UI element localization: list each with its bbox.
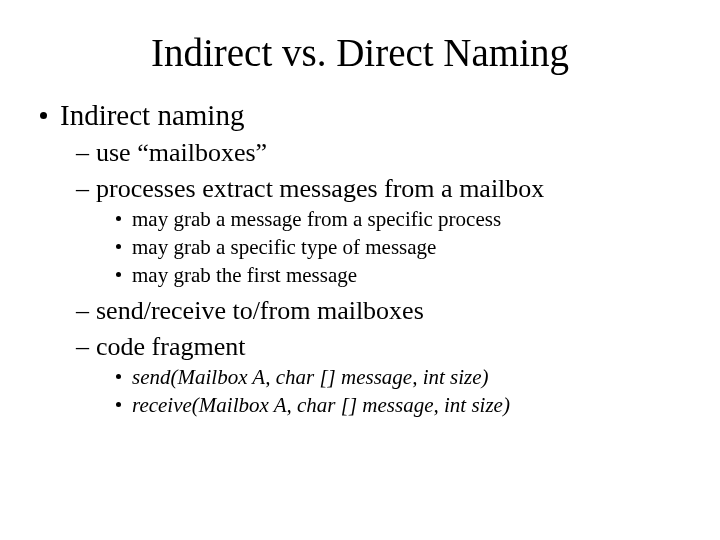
bullet-icon	[116, 216, 121, 221]
bullet-level2: – code fragment	[40, 332, 680, 362]
bullet-level1: Indirect naming	[40, 99, 680, 132]
bullet-level3: may grab a specific type of message	[40, 235, 680, 260]
code-text: receive(Mailbox A, char [] message, int …	[132, 393, 510, 417]
dash-icon: –	[76, 174, 89, 204]
bullet-text: may grab a specific type of message	[132, 235, 436, 259]
bullet-icon	[116, 374, 121, 379]
bullet-text: Indirect naming	[60, 99, 244, 131]
bullet-text: may grab the first message	[132, 263, 357, 287]
slide-title: Indirect vs. Direct Naming	[40, 30, 680, 75]
bullet-icon	[40, 112, 47, 119]
bullet-text: use “mailboxes”	[96, 138, 267, 167]
bullet-level3: may grab the first message	[40, 263, 680, 288]
bullet-level2: – send/receive to/from mailboxes	[40, 296, 680, 326]
dash-icon: –	[76, 296, 89, 326]
bullet-level2: – processes extract messages from a mail…	[40, 174, 680, 204]
bullet-icon	[116, 272, 121, 277]
bullet-level3: may grab a message from a specific proce…	[40, 207, 680, 232]
slide: Indirect vs. Direct Naming Indirect nami…	[0, 0, 720, 540]
bullet-text: processes extract messages from a mailbo…	[96, 174, 544, 203]
dash-icon: –	[76, 332, 89, 362]
bullet-icon	[116, 402, 121, 407]
bullet-level3: send(Mailbox A, char [] message, int siz…	[40, 365, 680, 390]
bullet-level2: – use “mailboxes”	[40, 138, 680, 168]
dash-icon: –	[76, 138, 89, 168]
bullet-text: send/receive to/from mailboxes	[96, 296, 424, 325]
bullet-text: may grab a message from a specific proce…	[132, 207, 501, 231]
code-text: send(Mailbox A, char [] message, int siz…	[132, 365, 489, 389]
bullet-icon	[116, 244, 121, 249]
bullet-level3: receive(Mailbox A, char [] message, int …	[40, 393, 680, 418]
bullet-text: code fragment	[96, 332, 245, 361]
